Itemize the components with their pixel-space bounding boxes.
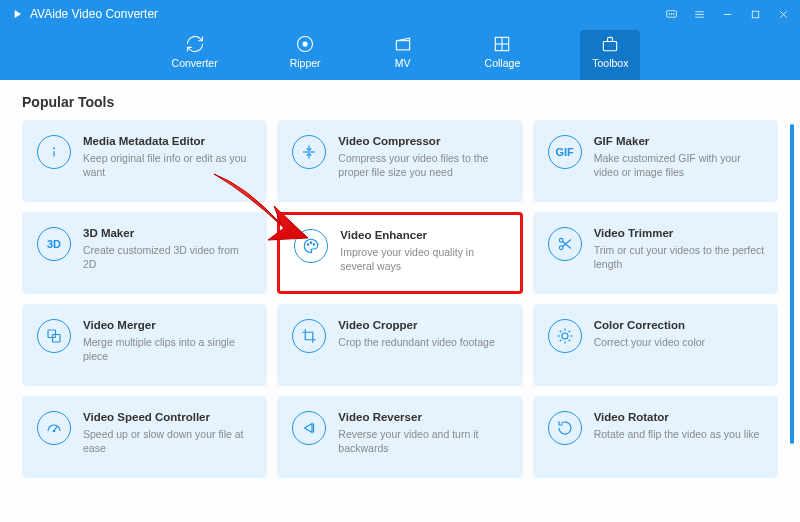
svg-point-24 bbox=[311, 242, 313, 244]
scissors-icon bbox=[548, 227, 582, 261]
tool-metadata-editor[interactable]: Media Metadata Editor Keep original file… bbox=[22, 120, 267, 202]
info-icon bbox=[37, 135, 71, 169]
card-desc: Correct your video color bbox=[594, 335, 765, 349]
tools-grid: Media Metadata Editor Keep original file… bbox=[22, 120, 778, 478]
nav-label: Collage bbox=[485, 57, 521, 69]
svg-rect-13 bbox=[396, 41, 409, 50]
card-title: Video Enhancer bbox=[340, 229, 507, 241]
card-title: 3D Maker bbox=[83, 227, 254, 239]
grid-icon bbox=[492, 34, 512, 54]
brightness-icon bbox=[548, 319, 582, 353]
play-logo-icon bbox=[10, 7, 24, 21]
svg-point-32 bbox=[562, 333, 568, 339]
3d-icon: 3D bbox=[37, 227, 71, 261]
svg-point-23 bbox=[308, 244, 310, 246]
card-title: Video Merger bbox=[83, 319, 254, 331]
card-desc: Create customized 3D video from 2D bbox=[83, 243, 254, 271]
card-desc: Rotate and flip the video as you like bbox=[594, 427, 765, 441]
close-button[interactable] bbox=[776, 7, 790, 21]
svg-point-27 bbox=[559, 246, 563, 250]
tool-video-trimmer[interactable]: Video Trimmer Trim or cut your videos to… bbox=[533, 212, 778, 294]
nav-mv[interactable]: MV bbox=[381, 30, 425, 80]
card-desc: Merge multiple clips into a single piece bbox=[83, 335, 254, 363]
nav-label: Converter bbox=[172, 57, 218, 69]
menu-button[interactable] bbox=[692, 7, 706, 21]
svg-marker-43 bbox=[305, 424, 313, 433]
refresh-icon bbox=[185, 34, 205, 54]
card-title: Media Metadata Editor bbox=[83, 135, 254, 147]
nav-collage[interactable]: Collage bbox=[473, 30, 533, 80]
svg-point-1 bbox=[668, 13, 669, 14]
tool-color-correction[interactable]: Color Correction Correct your video colo… bbox=[533, 304, 778, 386]
card-title: Video Reverser bbox=[338, 411, 509, 423]
svg-rect-30 bbox=[48, 330, 56, 338]
tool-video-enhancer[interactable]: Video Enhancer Improve your video qualit… bbox=[277, 212, 522, 294]
tool-video-merger[interactable]: Video Merger Merge multiple clips into a… bbox=[22, 304, 267, 386]
card-title: GIF Maker bbox=[594, 135, 765, 147]
svg-point-25 bbox=[314, 244, 316, 246]
tool-3d-maker[interactable]: 3D 3D Maker Create customized 3D video f… bbox=[22, 212, 267, 294]
svg-line-40 bbox=[568, 331, 570, 333]
tool-video-compressor[interactable]: Video Compressor Compress your video fil… bbox=[277, 120, 522, 202]
tool-gif-maker[interactable]: GIF GIF Maker Make customized GIF with y… bbox=[533, 120, 778, 202]
card-desc: Make customized GIF with your video or i… bbox=[594, 151, 765, 179]
card-desc: Keep original file info or edit as you w… bbox=[83, 151, 254, 179]
svg-point-12 bbox=[303, 42, 307, 46]
gauge-icon bbox=[37, 411, 71, 445]
reverse-icon bbox=[292, 411, 326, 445]
app-logo: AVAide Video Converter bbox=[10, 7, 158, 21]
merge-icon bbox=[37, 319, 71, 353]
svg-rect-8 bbox=[752, 11, 759, 18]
disc-icon bbox=[295, 34, 315, 54]
gif-icon: GIF bbox=[548, 135, 582, 169]
feedback-button[interactable] bbox=[664, 7, 678, 21]
tool-video-rotator[interactable]: Video Rotator Rotate and flip the video … bbox=[533, 396, 778, 478]
svg-rect-17 bbox=[604, 42, 617, 51]
svg-point-26 bbox=[559, 238, 563, 242]
toolbox-icon bbox=[600, 34, 620, 54]
svg-point-42 bbox=[53, 430, 55, 432]
maximize-button[interactable] bbox=[748, 7, 762, 21]
window-controls bbox=[664, 7, 790, 21]
section-title: Popular Tools bbox=[22, 94, 778, 110]
svg-point-18 bbox=[54, 148, 55, 149]
clapper-icon bbox=[393, 34, 413, 54]
crop-icon bbox=[292, 319, 326, 353]
svg-line-39 bbox=[559, 340, 561, 342]
nav-toolbox[interactable]: Toolbox bbox=[580, 30, 640, 80]
palette-icon bbox=[294, 229, 328, 263]
titlebar: AVAide Video Converter bbox=[0, 0, 800, 28]
card-title: Color Correction bbox=[594, 319, 765, 331]
nav-label: Ripper bbox=[290, 57, 321, 69]
rotate-icon bbox=[548, 411, 582, 445]
card-desc: Speed up or slow down your file at ease bbox=[83, 427, 254, 455]
app-title: AVAide Video Converter bbox=[30, 7, 158, 21]
scrollbar[interactable] bbox=[790, 124, 794, 444]
tool-video-reverser[interactable]: Video Reverser Reverse your video and tu… bbox=[277, 396, 522, 478]
svg-point-2 bbox=[671, 13, 672, 14]
card-title: Video Compressor bbox=[338, 135, 509, 147]
nav-label: MV bbox=[395, 57, 411, 69]
tool-speed-controller[interactable]: Video Speed Controller Speed up or slow … bbox=[22, 396, 267, 478]
card-title: Video Speed Controller bbox=[83, 411, 254, 423]
card-desc: Crop the redundant video footage bbox=[338, 335, 509, 349]
tool-video-cropper[interactable]: Video Cropper Crop the redundant video f… bbox=[277, 304, 522, 386]
nav-converter[interactable]: Converter bbox=[160, 30, 230, 80]
svg-rect-31 bbox=[53, 335, 61, 343]
nav-ripper[interactable]: Ripper bbox=[278, 30, 333, 80]
svg-point-3 bbox=[673, 13, 674, 14]
svg-line-37 bbox=[559, 331, 561, 333]
main-nav: Converter Ripper MV Collage Toolbox bbox=[0, 28, 800, 80]
nav-label: Toolbox bbox=[592, 57, 628, 69]
card-title: Video Cropper bbox=[338, 319, 509, 331]
card-title: Video Rotator bbox=[594, 411, 765, 423]
card-desc: Compress your video files to the proper … bbox=[338, 151, 509, 179]
card-desc: Reverse your video and turn it backwards bbox=[338, 427, 509, 455]
card-desc: Trim or cut your videos to the perfect l… bbox=[594, 243, 765, 271]
svg-line-38 bbox=[568, 340, 570, 342]
content-area: Popular Tools Media Metadata Editor Keep… bbox=[0, 80, 800, 522]
card-title: Video Trimmer bbox=[594, 227, 765, 239]
compress-icon bbox=[292, 135, 326, 169]
minimize-button[interactable] bbox=[720, 7, 734, 21]
card-desc: Improve your video quality in several wa… bbox=[340, 245, 507, 273]
